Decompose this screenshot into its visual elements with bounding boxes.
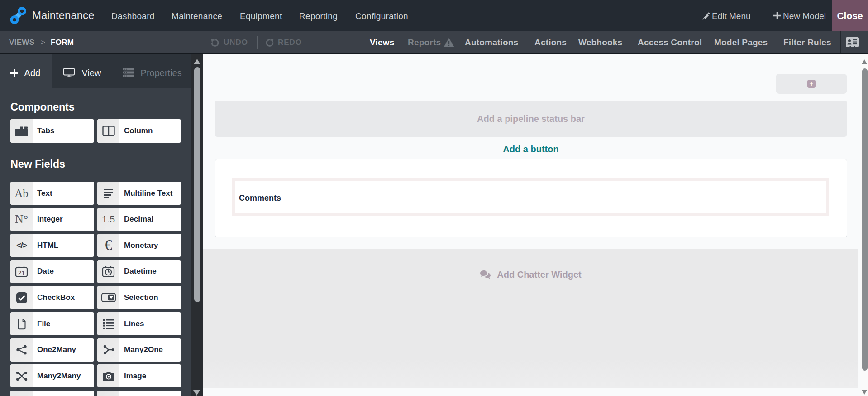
svg-text:21: 21 <box>18 270 25 276</box>
